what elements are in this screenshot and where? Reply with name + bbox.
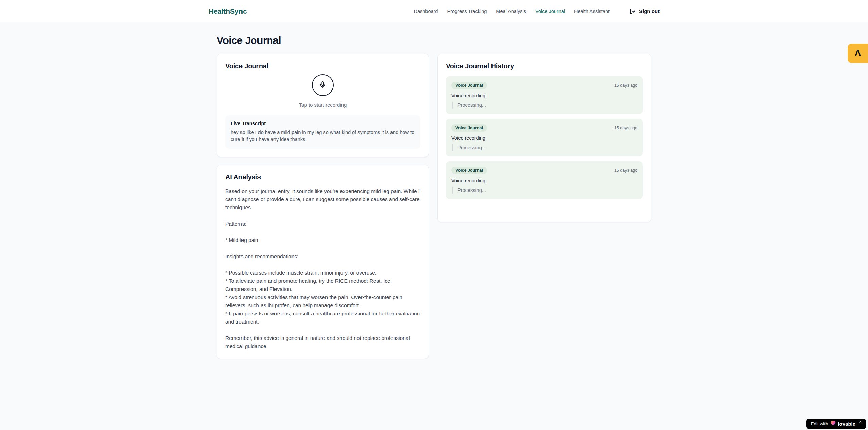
content-columns: Voice Journal Tap to start recording — [217, 54, 651, 359]
nav-link-progress-tracking[interactable]: Progress Tracking — [447, 9, 487, 14]
ai-analysis-title: AI Analysis — [225, 173, 420, 181]
right-column: Voice Journal History Voice Journal 15 d… — [437, 54, 651, 222]
sign-out-button[interactable]: Sign out — [630, 8, 660, 14]
side-panel-toggle-badge[interactable]: Λ — [848, 44, 868, 63]
history-entry[interactable]: Voice Journal 15 days ago Voice recordin… — [446, 119, 643, 156]
entry-title: Voice recording — [451, 178, 637, 183]
left-column: Voice Journal Tap to start recording — [217, 54, 429, 359]
lambda-logo-icon: Λ — [855, 48, 861, 59]
entry-type-badge: Voice Journal — [451, 167, 487, 174]
close-icon[interactable]: × — [859, 420, 862, 424]
nav-link-voice-journal[interactable]: Voice Journal — [535, 9, 565, 14]
heart-icon — [831, 421, 836, 427]
entry-status: Processing... — [452, 102, 637, 109]
history-entry-list: Voice Journal 15 days ago Voice recordin… — [446, 76, 643, 199]
history-entry[interactable]: Voice Journal 15 days ago Voice recordin… — [446, 161, 643, 199]
edit-with-label: Edit with — [811, 421, 828, 426]
top-navigation-bar: HealthSync Dashboard Progress Tracking M… — [0, 0, 868, 22]
edit-with-lovable-badge[interactable]: Edit with lovable × — [806, 419, 866, 429]
entry-status: Processing... — [452, 187, 637, 194]
live-transcript-label: Live Transcript — [231, 121, 415, 126]
record-button[interactable] — [312, 74, 334, 96]
lovable-brand-label: lovable — [838, 421, 855, 427]
page-title: Voice Journal — [217, 35, 651, 46]
tap-to-record-hint: Tap to start recording — [225, 102, 420, 108]
main-nav: Dashboard Progress Tracking Meal Analysi… — [414, 8, 660, 14]
entry-timestamp: 15 days ago — [614, 126, 637, 130]
nav-link-dashboard[interactable]: Dashboard — [414, 9, 438, 14]
history-entry[interactable]: Voice Journal 15 days ago Voice recordin… — [446, 76, 643, 114]
sign-out-label: Sign out — [639, 8, 660, 14]
recorder-card-title: Voice Journal — [225, 62, 420, 70]
entry-header: Voice Journal 15 days ago — [451, 82, 637, 89]
mic-button-area — [225, 74, 420, 96]
entry-status: Processing... — [452, 144, 637, 151]
main-content: Voice Journal Voice Journal — [217, 35, 651, 359]
entry-header: Voice Journal 15 days ago — [451, 167, 637, 174]
ai-analysis-body: Based on your journal entry, it sounds l… — [225, 187, 420, 350]
app-logo[interactable]: HealthSync — [208, 7, 247, 15]
entry-type-badge: Voice Journal — [451, 82, 487, 89]
ai-analysis-card: AI Analysis Based on your journal entry,… — [217, 165, 429, 359]
entry-timestamp: 15 days ago — [614, 168, 637, 173]
entry-title: Voice recording — [451, 93, 637, 98]
entry-header: Voice Journal 15 days ago — [451, 124, 637, 132]
entry-title: Voice recording — [451, 135, 637, 141]
voice-journal-history-card: Voice Journal History Voice Journal 15 d… — [437, 54, 651, 222]
log-out-icon — [630, 8, 636, 14]
history-card-title: Voice Journal History — [446, 62, 643, 70]
header-container: HealthSync Dashboard Progress Tracking M… — [208, 7, 660, 15]
voice-recorder-card: Voice Journal Tap to start recording — [217, 54, 429, 157]
nav-link-meal-analysis[interactable]: Meal Analysis — [496, 9, 526, 14]
entry-type-badge: Voice Journal — [451, 124, 487, 132]
entry-timestamp: 15 days ago — [614, 83, 637, 88]
live-transcript-text: hey so like I do have a mild pain in my … — [231, 129, 415, 143]
microphone-icon — [319, 81, 327, 89]
nav-link-health-assistant[interactable]: Health Assistant — [574, 9, 610, 14]
live-transcript-box: Live Transcript hey so like I do have a … — [225, 115, 420, 149]
